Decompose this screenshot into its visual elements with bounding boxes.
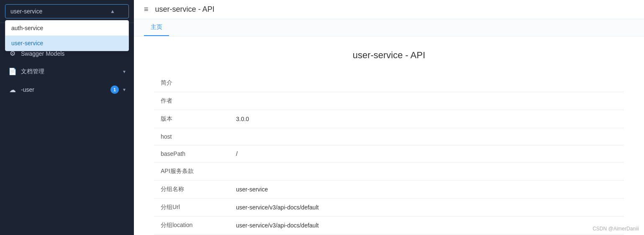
api-info-table: 简介 作者 版本 3.0.0 host basePath / (154, 74, 624, 235)
chevron-down-icon: ▾ (123, 69, 126, 75)
group-name-label: 分组名称 (154, 181, 229, 199)
service-select-value: user-service (10, 8, 42, 15)
api-panel-title: user-service - API (154, 50, 624, 61)
table-row-author: 作者 (154, 92, 624, 110)
service-select-wrapper: user-service ▲ auth-service user-service (0, 0, 134, 23)
chevron-down-icon-user: ▾ (123, 87, 126, 93)
table-row-host: host (154, 128, 624, 145)
table-row-basepath: basePath / (154, 145, 624, 163)
watermark: CSDN @AimerDaniii (593, 226, 639, 232)
table-row-group-location: 分组location user-service/v3/api-docs/defa… (154, 217, 624, 235)
hamburger-icon[interactable]: ≡ (144, 5, 149, 14)
cloud-icon: ☁ (8, 86, 17, 94)
sidebar-item-doc-management[interactable]: 📄 文档管理 ▾ (0, 62, 134, 80)
author-label: 作者 (154, 92, 229, 110)
sidebar: user-service ▲ auth-service user-service… (0, 0, 134, 235)
tab-home[interactable]: 主页 (144, 19, 169, 36)
basepath-value: / (229, 145, 624, 163)
group-url-value: user-service/v3/api-docs/default (229, 199, 624, 217)
group-name-value: user-service (229, 181, 624, 199)
sidebar-item-label-user: -user (21, 86, 106, 93)
table-row-group-name: 分组名称 user-service (154, 181, 624, 199)
top-bar: ≡ user-service - API (134, 0, 644, 19)
sidebar-item-label-doc-management: 文档管理 (21, 68, 119, 75)
service-dropdown-options: auth-service user-service (5, 20, 129, 51)
table-row-version: 版本 3.0.0 (154, 110, 624, 128)
table-row-intro: 简介 (154, 74, 624, 92)
intro-value (229, 74, 624, 92)
table-row-terms: API服务条款 (154, 163, 624, 181)
group-location-value: user-service/v3/api-docs/default (229, 217, 624, 235)
host-label: host (154, 128, 229, 145)
terms-label: API服务条款 (154, 163, 229, 181)
group-url-label: 分组Url (154, 199, 229, 217)
service-select[interactable]: user-service ▲ (5, 4, 129, 18)
option-user-service[interactable]: user-service (5, 36, 128, 51)
api-panel: user-service - API 简介 作者 版本 3.0.0 host (134, 36, 644, 235)
version-value: 3.0.0 (229, 110, 624, 128)
document-icon: 📄 (8, 67, 17, 75)
sidebar-item-user[interactable]: ☁ -user 1 ▾ (0, 80, 134, 99)
basepath-label: basePath (154, 145, 229, 163)
version-label: 版本 (154, 110, 229, 128)
terms-value (229, 163, 624, 181)
top-bar-title: user-service - API (155, 5, 215, 14)
tab-bar: 主页 (134, 19, 644, 36)
table-row-group-url: 分组Url user-service/v3/api-docs/default (154, 199, 624, 217)
intro-label: 简介 (154, 74, 229, 92)
author-value (229, 92, 624, 110)
host-value (229, 128, 624, 145)
user-badge: 1 (110, 85, 119, 94)
main-content: ≡ user-service - API 主页 user-service - A… (134, 0, 644, 235)
option-auth-service[interactable]: auth-service (5, 21, 128, 36)
chevron-up-icon: ▲ (110, 8, 115, 14)
group-location-label: 分组location (154, 217, 229, 235)
